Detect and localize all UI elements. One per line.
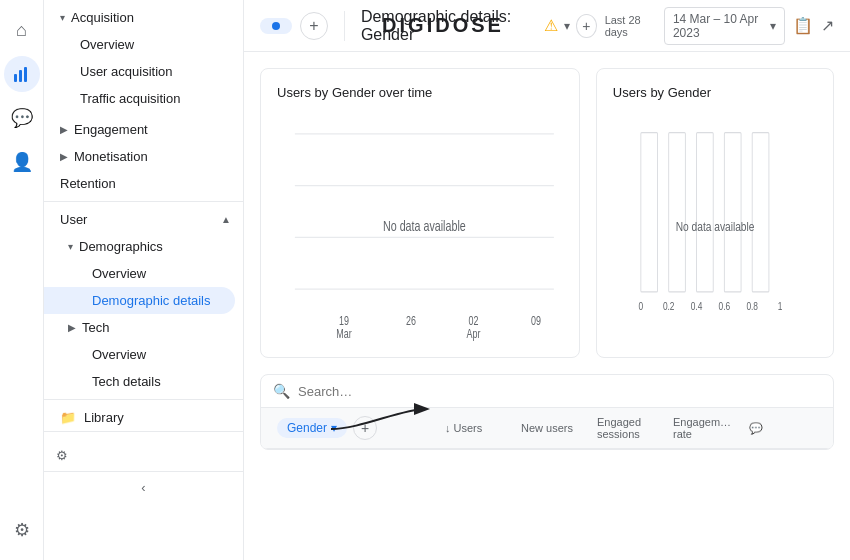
- svg-rect-17: [724, 133, 741, 292]
- date-range-picker[interactable]: 14 Mar – 10 Apr 2023 ▾: [664, 7, 785, 45]
- line-chart-svg: No data available 19 Mar 26 02 Apr 09: [277, 108, 563, 341]
- svg-text:No data available: No data available: [383, 217, 466, 234]
- sidebar-item-acquisition[interactable]: ▾ Acquisition: [44, 4, 235, 31]
- chevron-user: ▲: [221, 214, 231, 225]
- acquisition-section: ▾ Acquisition Overview User acquisition …: [44, 0, 243, 116]
- svg-text:0.6: 0.6: [718, 300, 730, 312]
- settings-item[interactable]: ⚙: [44, 440, 243, 471]
- svg-rect-0: [14, 74, 17, 82]
- last-days-label: Last 28 days: [605, 14, 656, 38]
- sidebar: ▾ Acquisition Overview User acquisition …: [44, 0, 244, 560]
- arrow-svg: [321, 389, 441, 439]
- line-chart-body: No data available 19 Mar 26 02 Apr 09: [277, 108, 563, 341]
- date-dropdown-icon: ▾: [770, 19, 776, 33]
- sidebar-item-engagement[interactable]: ▶ Engagement: [44, 116, 235, 143]
- active-tab[interactable]: [260, 18, 292, 34]
- sidebar-item-demographics[interactable]: ▾ Demographics: [44, 233, 235, 260]
- sidebar-item-overview-acq[interactable]: Overview: [44, 31, 235, 58]
- svg-text:No data available: No data available: [675, 218, 754, 234]
- person-icon[interactable]: 👤: [4, 144, 40, 180]
- sidebar-item-overview-demo[interactable]: Overview: [44, 260, 235, 287]
- add-page-btn[interactable]: +: [576, 14, 597, 38]
- bubble-icon[interactable]: 💬: [4, 100, 40, 136]
- divider-1: [44, 201, 243, 202]
- title-dropdown-icon[interactable]: ▾: [564, 19, 570, 33]
- new-users-column-header: New users: [521, 422, 589, 434]
- chevron-monetisation: ▶: [60, 151, 68, 162]
- sidebar-item-monetisation[interactable]: ▶ Monetisation: [44, 143, 235, 170]
- warning-icon: ⚠: [544, 16, 558, 35]
- main-content: DIGIDOSE + Demographic details: Gender ⚠…: [244, 0, 850, 560]
- line-chart-card: Users by Gender over time No data availa…: [260, 68, 580, 358]
- svg-text:0.8: 0.8: [746, 300, 758, 312]
- svg-text:Mar: Mar: [336, 327, 352, 341]
- comments-column-header: 💬: [749, 422, 817, 435]
- svg-rect-18: [752, 133, 769, 292]
- add-tab-button[interactable]: +: [300, 12, 328, 40]
- sidebar-item-user-acquisition[interactable]: User acquisition: [44, 58, 235, 85]
- bar-chart-card: Users by Gender No data available: [596, 68, 834, 358]
- svg-rect-15: [669, 133, 686, 292]
- analytics-icon[interactable]: [4, 56, 40, 92]
- svg-text:0.4: 0.4: [691, 300, 703, 312]
- report-icon-btn[interactable]: 📋: [793, 16, 813, 35]
- svg-rect-16: [696, 133, 713, 292]
- svg-rect-2: [24, 67, 27, 82]
- svg-text:09: 09: [531, 314, 541, 328]
- bar-chart-title: Users by Gender: [613, 85, 817, 100]
- chevron-demographics: ▾: [68, 241, 73, 252]
- chevron-acquisition: ▾: [60, 12, 65, 23]
- tab-dot: [272, 22, 280, 30]
- users-column-header: ↓ Users: [445, 422, 513, 434]
- svg-rect-14: [641, 133, 658, 292]
- sidebar-item-tech-details[interactable]: Tech details: [44, 368, 235, 395]
- line-chart-area: No data available 19 Mar 26 02 Apr 09: [277, 108, 563, 341]
- table-area: 🔍 Gender ▾ + ↓ Users New users: [260, 374, 834, 450]
- header-divider: [344, 11, 345, 41]
- svg-text:Apr: Apr: [467, 327, 481, 341]
- search-icon: 🔍: [273, 383, 290, 399]
- charts-row: Users by Gender over time No data availa…: [260, 68, 834, 358]
- svg-text:19: 19: [339, 314, 349, 328]
- gear-bottom-icon[interactable]: ⚙: [4, 512, 40, 548]
- sidebar-item-retention[interactable]: Retention: [44, 170, 235, 197]
- share-icon-btn[interactable]: ↗: [821, 16, 834, 35]
- sidebar-item-traffic-acquisition[interactable]: Traffic acquisition: [44, 85, 235, 112]
- content-area: Users by Gender over time No data availa…: [244, 52, 850, 560]
- acquisition-label: Acquisition: [71, 10, 134, 25]
- collapse-sidebar-button[interactable]: ‹: [44, 471, 243, 503]
- page-title: Demographic details: Gender ⚠ ▾ +: [361, 8, 597, 44]
- bar-chart-body: No data available 0 0.2 0.4 0.6 0.8 1: [613, 108, 817, 341]
- line-chart-title: Users by Gender over time: [277, 85, 563, 100]
- comment-icon: 💬: [749, 422, 763, 435]
- svg-text:02: 02: [469, 314, 479, 328]
- chevron-tech: ▶: [68, 322, 76, 333]
- bar-chart-svg: No data available 0 0.2 0.4 0.6 0.8 1: [613, 108, 817, 341]
- home-icon[interactable]: ⌂: [4, 12, 40, 48]
- header-right: Last 28 days 14 Mar – 10 Apr 2023 ▾ 📋 ↗: [605, 7, 834, 45]
- sidebar-item-demographic-details[interactable]: Demographic details: [44, 287, 235, 314]
- svg-rect-1: [19, 70, 22, 82]
- gear-sidebar-icon: ⚙: [56, 448, 68, 463]
- engagement-rate-column-header: Engagem… rate: [673, 416, 741, 440]
- header: DIGIDOSE + Demographic details: Gender ⚠…: [244, 0, 850, 52]
- sidebar-user-group[interactable]: User ▲: [44, 206, 243, 233]
- arrow-annotation: [321, 389, 441, 439]
- svg-text:26: 26: [406, 314, 416, 328]
- svg-text:0: 0: [638, 300, 643, 312]
- chevron-engagement: ▶: [60, 124, 68, 135]
- icon-bar: ⌂ 💬 👤 ⚙: [0, 0, 44, 560]
- gear-area: ⚙ ‹: [44, 431, 243, 511]
- svg-text:1: 1: [778, 300, 783, 312]
- bar-chart-area: No data available 0 0.2 0.4 0.6 0.8 1: [613, 108, 817, 341]
- engaged-sessions-column-header: Engaged sessions: [597, 416, 665, 440]
- divider-2: [44, 399, 243, 400]
- svg-text:0.2: 0.2: [663, 300, 675, 312]
- folder-icon: 📁: [60, 410, 76, 425]
- sidebar-item-library[interactable]: 📁 Library: [44, 404, 243, 431]
- sidebar-item-tech[interactable]: ▶ Tech: [44, 314, 235, 341]
- sidebar-item-overview-tech[interactable]: Overview: [44, 341, 235, 368]
